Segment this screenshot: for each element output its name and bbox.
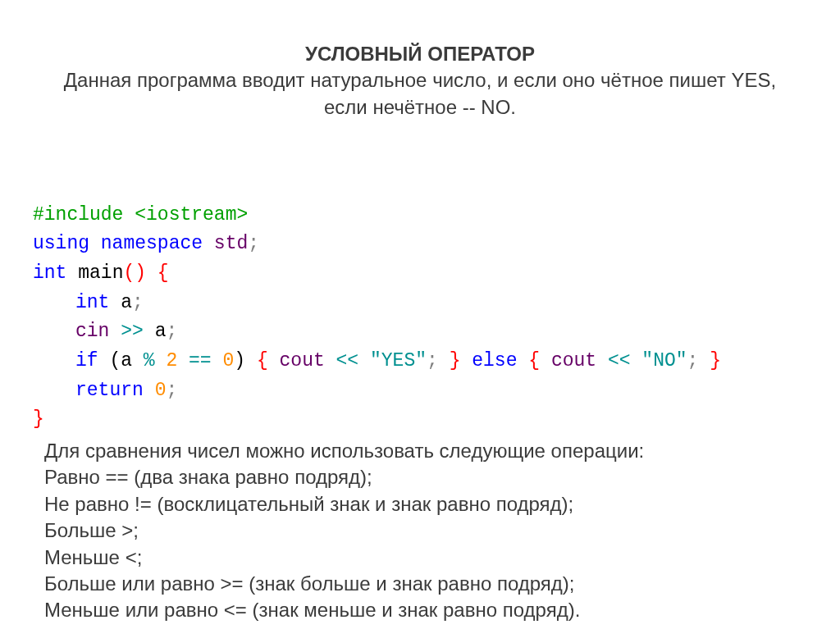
code-kw-return: return	[75, 380, 144, 401]
code-semi: ;	[132, 292, 144, 313]
code-op-mod: %	[144, 350, 167, 371]
code-include-directive: #include	[33, 204, 123, 226]
code-str-yes: "YES"	[358, 350, 427, 371]
code-op-shl: <<	[325, 350, 358, 371]
code-line-6: if (a % 2 == 0) { cout << "YES"; } else …	[33, 350, 721, 371]
slide-subtitle-1: Данная программа вводит натуральное числ…	[64, 69, 776, 91]
heading-block: УСЛОВНЫЙ ОПЕРАТОР Данная программа вводи…	[33, 41, 807, 121]
code-var-a: a	[109, 292, 132, 313]
note-line-1: Для сравнения чисел можно использовать с…	[44, 438, 807, 464]
code-id-std: std	[203, 233, 248, 254]
code-line-2: using namespace std;	[33, 233, 259, 254]
code-rbrace: }	[450, 350, 461, 371]
note-line-6: Больше или равно >= (знак больше и знак …	[44, 571, 807, 597]
code-cout2: cout	[551, 350, 596, 371]
code-line-8: }	[33, 408, 44, 430]
code-fn-main: main	[66, 262, 123, 284]
code-semi: ;	[687, 350, 699, 371]
note-line-4: Больше >;	[44, 517, 807, 544]
code-kw-using: using	[33, 233, 89, 254]
code-parens: ()	[123, 262, 146, 284]
code-semi: ;	[166, 321, 177, 342]
code-lbrace: {	[257, 350, 268, 371]
code-semi: ;	[248, 233, 259, 254]
code-lbrace: {	[528, 350, 540, 371]
code-line-4: int a;	[33, 292, 144, 313]
code-block: #include <iostream> using namespace std;…	[33, 171, 807, 435]
code-line-5: cin >> a;	[33, 321, 177, 342]
code-kw-int2: int	[75, 292, 109, 313]
notes-block: Для сравнения чисел можно использовать с…	[33, 438, 807, 624]
code-rbrace-final: }	[33, 408, 44, 430]
code-kw-namespace: namespace	[89, 233, 203, 254]
code-lbrace: {	[158, 262, 169, 284]
code-var-a-ref: a	[144, 321, 167, 342]
slide: УСЛОВНЫЙ ОПЕРАТОР Данная программа вводи…	[0, 0, 840, 629]
code-line-1: #include <iostream>	[33, 204, 248, 226]
code-num-0b: 0	[144, 380, 167, 401]
code-kw-else: else	[472, 350, 517, 371]
code-line-7: return 0;	[33, 380, 177, 401]
code-semi: ;	[427, 350, 438, 371]
code-num-0: 0	[222, 350, 234, 371]
note-line-7: Меньше или равно <= (знак меньше и знак …	[44, 597, 807, 623]
code-kw-if: if	[75, 350, 98, 371]
code-semi: ;	[166, 380, 177, 401]
note-line-2: Равно == (два знака равно подряд);	[44, 464, 807, 490]
code-rbrace: }	[710, 350, 721, 371]
slide-title: УСЛОВНЫЙ ОПЕРАТОР	[305, 43, 535, 65]
code-include-header: <iostream>	[123, 204, 248, 226]
code-line-3: int main() {	[33, 262, 169, 284]
code-cond-open: (a	[98, 350, 144, 371]
code-op-shl2: <<	[596, 350, 630, 371]
note-line-5: Меньше <;	[44, 545, 807, 571]
code-op-shr: >>	[109, 321, 143, 342]
slide-subtitle-2: если нечётное -- NO.	[324, 96, 516, 118]
code-cout: cout	[280, 350, 325, 371]
code-cond-close: )	[234, 350, 245, 371]
code-cin: cin	[75, 321, 109, 342]
code-str-no: "NO"	[631, 350, 687, 371]
note-line-3: Не равно != (восклицательный знак и знак…	[44, 491, 807, 517]
code-op-eqeq: ==	[177, 350, 222, 371]
code-space	[146, 262, 158, 284]
code-num-2: 2	[166, 350, 177, 371]
code-kw-int: int	[33, 262, 66, 284]
